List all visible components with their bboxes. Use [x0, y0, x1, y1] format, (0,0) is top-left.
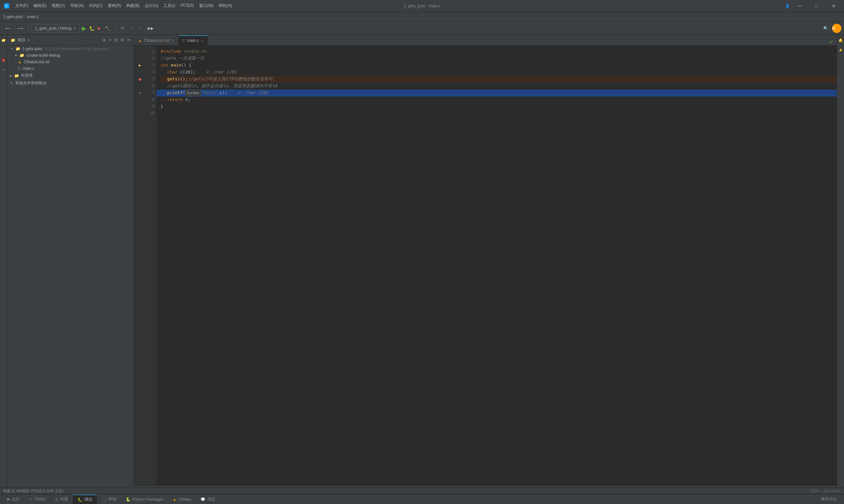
- btab-python[interactable]: 🐍 Python Packages: [121, 494, 168, 504]
- ext-arrow-icon: ▶: [10, 74, 12, 77]
- toolbar-nav-back[interactable]: ⟵: [3, 24, 14, 33]
- bookmark-icon[interactable]: 🔖: [1, 58, 6, 63]
- todo-icon: ✓: [29, 497, 32, 502]
- build-button[interactable]: 🔨: [102, 24, 113, 33]
- menu-tools[interactable]: 工具(I): [161, 2, 178, 10]
- tree-item-scratches[interactable]: ✎ 草稿文件和控制台: [7, 79, 134, 87]
- sync-icon[interactable]: ⊕: [103, 38, 106, 42]
- debug-button[interactable]: 🐛: [88, 24, 95, 33]
- menu-refactor[interactable]: 重构(R): [105, 2, 124, 10]
- build-status-text: 构建 在 450毫秒 内完成 (1 分钟 之前): [3, 488, 63, 493]
- main-label: main.c: [23, 66, 34, 71]
- btab-problem[interactable]: ⚠ 问题: [50, 494, 73, 504]
- run-config-label: 1_gets_puts | Debug: [35, 26, 71, 31]
- notifications-icon[interactable]: 🔔: [838, 38, 843, 43]
- close-button[interactable]: ✕: [826, 1, 841, 11]
- menu-bar: 文件(F) 编辑(E) 视图(V) 导航(N) 代码(C) 重构(R) 构建(B…: [13, 2, 235, 10]
- cmake-tab-close[interactable]: ✕: [172, 39, 174, 42]
- problem-icon: ⚠: [55, 497, 58, 502]
- project-panel-header: 📁 项目 ▼ ⊕ ≡ ⊞ ⚙ ✕: [7, 35, 134, 46]
- step-into[interactable]: ↓: [128, 24, 135, 33]
- minimize-button[interactable]: ─: [792, 1, 807, 11]
- code-line-8: return 0;: [160, 96, 837, 104]
- tab-cmake[interactable]: ▲ CMakeLists.txt ✕: [134, 36, 179, 45]
- menu-code[interactable]: 代码(C): [86, 2, 105, 10]
- bc-file[interactable]: main.c: [27, 15, 38, 19]
- cmake-build-folder-icon: 📁: [19, 53, 24, 58]
- event-log-btn[interactable]: 事件日志: [816, 495, 841, 503]
- btab-terminal[interactable]: ⬛ 终端: [97, 494, 121, 504]
- search-toolbar[interactable]: 🔍: [821, 24, 831, 33]
- project-panel: 📁 项目 ▼ ⊕ ≡ ⊞ ⚙ ✕ ▼ 📁 1-gets-puts E:\Clio…: [7, 35, 134, 494]
- close-panel-icon[interactable]: ✕: [127, 38, 131, 42]
- step-over[interactable]: ↷: [118, 24, 126, 33]
- root-folder-icon: 📁: [16, 47, 20, 51]
- cmake-file-icon: ▲: [18, 60, 22, 64]
- menu-nav[interactable]: 导航(N): [68, 2, 86, 10]
- project-view-icon[interactable]: 📁: [1, 38, 6, 43]
- cmake-btab-icon: ▲: [173, 497, 177, 502]
- menu-help[interactable]: 帮助(H): [216, 2, 235, 10]
- window-title: 1_gets_puts - main.c: [403, 4, 440, 8]
- btab-todo[interactable]: ✓ TODO: [24, 494, 50, 504]
- root-label: 1-gets-puts: [22, 47, 42, 51]
- resume[interactable]: ▶▶: [145, 24, 156, 33]
- tree-item-main[interactable]: C main.c: [7, 65, 134, 72]
- main-tab-label: main.c: [187, 38, 199, 43]
- bc-project[interactable]: 1-gets-puts: [3, 15, 23, 19]
- step-out[interactable]: ↑: [137, 24, 144, 33]
- folder-arrow-icon: ▶: [15, 54, 17, 57]
- cmake-tab-label: CMakeLists.txt: [144, 38, 170, 43]
- fav-icon[interactable]: ★: [1, 68, 6, 73]
- run-config-selector[interactable]: 1_gets_puts | Debug ▼: [31, 24, 80, 33]
- tree-item-cmake[interactable]: ▲ CMakeLists.txt: [7, 59, 134, 65]
- settings-icon[interactable]: ⚙: [120, 38, 124, 42]
- btab-messages[interactable]: 💬 消息: [196, 494, 220, 504]
- menu-view[interactable]: 视图(V): [49, 2, 68, 10]
- user-icon[interactable]: 👤: [785, 4, 790, 8]
- menu-file[interactable]: 文件(F): [13, 2, 31, 10]
- group-icon[interactable]: ⊞: [114, 38, 118, 42]
- collapse-all-icon[interactable]: ≡: [109, 38, 111, 42]
- app-icon: C: [3, 2, 11, 10]
- maximize-button[interactable]: □: [809, 1, 824, 11]
- tree-item-external[interactable]: ▶ 📁 外部库: [7, 72, 134, 79]
- cmake-build-label: cmake-build-debug: [27, 53, 60, 58]
- project-dropdown-icon[interactable]: ▼: [28, 38, 30, 42]
- btab-run[interactable]: ▶ 运行: [3, 494, 24, 504]
- menu-window[interactable]: 窗口(W): [196, 2, 216, 10]
- synaptics-icon: @Synaptics: [823, 489, 841, 493]
- editor-area: ▲ CMakeLists.txt ✕ C main.c ✕ ✓ ▶ ●: [134, 35, 837, 494]
- toolbar-nav-fwd[interactable]: ⟶: [15, 24, 26, 33]
- stop-button[interactable]: ■: [97, 24, 101, 33]
- code-line-10: [160, 110, 837, 117]
- code-lines[interactable]: #include <stdio.h> //gets 一次读取一行 int mai…: [157, 46, 837, 486]
- python-icon: 🐍: [126, 497, 131, 502]
- csdn-icon: CSDN: [810, 489, 819, 493]
- folder-icon: 📁: [11, 38, 16, 42]
- toolbar: ⟵ ⟶ 1_gets_puts | Debug ▼ ▶ 🐛 ■ 🔨 ↷ ↓ ↑ …: [0, 22, 844, 35]
- root-path: E:\ClionProjects\code\5\5.5\1-gets-puts: [46, 47, 108, 51]
- menu-edit[interactable]: 编辑(E): [31, 2, 49, 10]
- title-bar: C 文件(F) 编辑(E) 视图(V) 导航(N) 代码(C) 重构(R) 构建…: [0, 0, 844, 12]
- main-tab-close[interactable]: ✕: [201, 39, 203, 42]
- menu-vcs[interactable]: VCS(S): [178, 2, 196, 10]
- msg-icon: 💬: [201, 497, 205, 502]
- code-editor[interactable]: ▶ ● → 12345 678910 #include <stdio.h>: [134, 46, 837, 486]
- gutter-line-1: [134, 48, 146, 55]
- btab-debug[interactable]: 🐛 调试: [73, 494, 97, 504]
- tree-item-root[interactable]: ▼ 📁 1-gets-puts E:\ClionProjects\code\5\…: [7, 46, 134, 52]
- tree-item-cmake-build[interactable]: ▶ 📁 cmake-build-debug: [7, 52, 134, 59]
- user-profile[interactable]: U: [832, 24, 841, 33]
- menu-run[interactable]: 运行(U): [142, 2, 161, 10]
- run-button[interactable]: ▶: [81, 24, 87, 33]
- btab-cmake[interactable]: ▲ CMake: [168, 494, 196, 504]
- left-sidebar-icons: 📁 ≡ 🔖 ★: [0, 35, 7, 494]
- structure-icon[interactable]: ≡: [1, 48, 6, 53]
- scratch-label: 草稿文件和控制台: [15, 80, 47, 86]
- plugins-icon[interactable]: ⚡: [838, 48, 843, 53]
- tab-main-c[interactable]: C main.c ✕: [179, 35, 208, 45]
- gutter-breakpoint[interactable]: ●: [134, 76, 146, 83]
- menu-build[interactable]: 构建(B): [124, 2, 142, 10]
- c-file-icon: C: [18, 66, 21, 71]
